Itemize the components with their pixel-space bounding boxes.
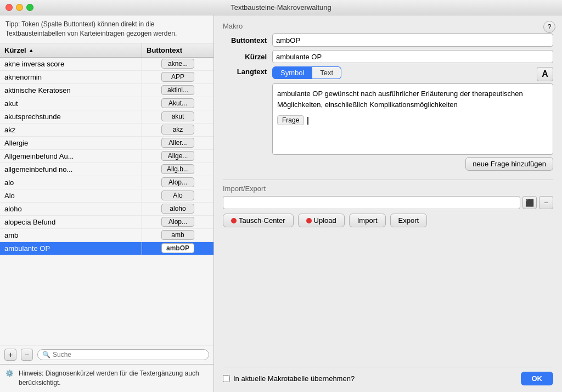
left-panel: Tipp: Token (Spalte Buttontext) können d… (0, 15, 214, 392)
btn-cell: Allg.b... (142, 163, 213, 176)
name-cell: aloho (0, 203, 142, 215)
kurzel-row: Kürzel (223, 50, 553, 63)
search-input[interactable] (53, 351, 204, 359)
row-button[interactable]: aloho (161, 204, 194, 214)
col-kurzel[interactable]: Kürzel ▲ (0, 43, 142, 57)
text-area[interactable]: ambulante OP gewünscht nach ausführliche… (272, 83, 553, 155)
row-button[interactable]: aktini... (161, 85, 194, 95)
row-button[interactable]: Allg.b... (161, 164, 194, 174)
row-button[interactable]: APP (161, 72, 194, 82)
table-row[interactable]: ambamb (0, 229, 213, 242)
export-button[interactable]: Export (390, 214, 428, 227)
btn-cell: akz (142, 124, 213, 136)
row-button[interactable]: amb (161, 230, 194, 240)
row-button[interactable]: ambOP (161, 243, 194, 253)
table-row[interactable]: akne inversa scoreakne... (0, 58, 213, 71)
close-button[interactable] (5, 4, 13, 11)
table-row[interactable]: aloAlop... (0, 176, 213, 189)
tip-text: Tipp: Token (Spalte Buttontext) können d… (0, 15, 213, 43)
row-button[interactable]: Alop... (161, 177, 194, 187)
table-row[interactable]: akutAkut... (0, 97, 213, 110)
maximize-button[interactable] (26, 4, 33, 11)
table-row[interactable]: akzakz (0, 124, 213, 137)
ok-button[interactable]: OK (521, 372, 554, 385)
buttontext-row: Buttontext (223, 33, 553, 47)
tausch-center-button[interactable]: Tausch-Center (223, 214, 294, 227)
remove-button[interactable]: − (21, 349, 33, 361)
row-button[interactable]: akz (161, 125, 194, 135)
bottom-controls: + − 🔍 (0, 345, 213, 364)
table-row[interactable]: alopecia BefundAlop... (0, 216, 213, 229)
name-cell: alo (0, 176, 142, 189)
buttontext-input[interactable] (272, 33, 553, 47)
footer-hint: ⚙️ Hinweis: Diagnosenkürzel werden für d… (0, 364, 213, 392)
gear-icon: ⚙️ (5, 369, 14, 378)
kurzel-input[interactable] (272, 50, 553, 63)
buttontext-label: Buttontext (223, 36, 272, 44)
btn-cell: akne... (142, 58, 213, 70)
import-icon-button[interactable]: ⬛ (522, 196, 537, 209)
tab-symbol[interactable]: Symbol (272, 66, 312, 79)
import-export-input[interactable] (223, 196, 520, 209)
font-button[interactable]: A (537, 67, 553, 81)
row-button[interactable]: akut (161, 111, 194, 121)
minimize-button[interactable] (16, 4, 23, 11)
table-header: Kürzel ▲ Buttontext (0, 43, 213, 58)
table-row[interactable]: AllergieAller... (0, 137, 213, 150)
table-row[interactable]: allgemeinbefund no...Allg.b... (0, 163, 213, 176)
import-export-label: Import/Export (223, 184, 553, 193)
name-cell: aknenormin (0, 71, 142, 83)
add-button[interactable]: + (4, 349, 16, 361)
name-cell: Allergie (0, 137, 142, 149)
main-container: Tipp: Token (Spalte Buttontext) können d… (0, 15, 562, 392)
btn-cell: Akut... (142, 97, 213, 110)
name-cell: alopecia Befund (0, 216, 142, 228)
upload-button[interactable]: Upload (298, 214, 345, 227)
btn-cell: aktini... (142, 84, 213, 97)
help-button[interactable]: ? (543, 21, 555, 33)
btn-cell: Alo (142, 189, 213, 202)
table-row[interactable]: ambulante OPambOP (0, 242, 213, 255)
sort-arrow-icon: ▲ (29, 47, 34, 53)
btn-cell: aloho (142, 203, 213, 215)
name-cell: ambulante OP (0, 242, 142, 255)
row-button[interactable]: Alop... (161, 217, 194, 227)
export-minus-button[interactable]: − (539, 196, 553, 209)
row-button[interactable]: Allge... (161, 151, 194, 161)
table-container[interactable]: Kürzel ▲ Buttontext akne inversa scoreak… (0, 43, 213, 346)
frage-button[interactable]: Frage (277, 115, 304, 125)
search-box[interactable]: 🔍 (37, 349, 209, 360)
name-cell: aktinische Keratosen (0, 84, 142, 97)
import-export-input-row: ⬛ − (223, 196, 553, 209)
table-row[interactable]: aktinische Keratosenaktini... (0, 84, 213, 97)
cursor (307, 117, 308, 125)
langtext-tabs: Symbol Text (272, 66, 341, 79)
name-cell: allgemeinbefund no... (0, 163, 142, 176)
tab-text[interactable]: Text (312, 66, 341, 79)
neue-frage-button[interactable]: neue Frage hinzufügen (465, 157, 553, 171)
makro-checkbox[interactable] (223, 375, 230, 382)
import-button[interactable]: Import (349, 214, 386, 227)
table-row[interactable]: Allgemeinbefund Au...Allge... (0, 150, 213, 163)
btn-cell: Allge... (142, 150, 213, 163)
name-cell: Alo (0, 189, 142, 202)
btn-cell: ambOP (142, 242, 213, 255)
table-body: akne inversa scoreakne...aknenorminAPPak… (0, 58, 213, 255)
frage-row: Frage (277, 113, 548, 126)
red-dot-icon (231, 218, 237, 223)
row-button[interactable]: Aller... (161, 138, 194, 148)
col-buttontext: Buttontext (142, 43, 213, 57)
kurzel-label: Kürzel (223, 53, 272, 61)
table-row[interactable]: aknenorminAPP (0, 71, 213, 84)
table-row[interactable]: akutsprechstundeakut (0, 110, 213, 124)
name-cell: amb (0, 229, 142, 242)
row-button[interactable]: Akut... (161, 98, 194, 108)
checkbox-wrap: In aktuelle Makrotabelle übernehmen? (223, 374, 355, 383)
table-row[interactable]: AloAlo (0, 189, 213, 203)
makro-section: Makro Buttontext Kürzel Langtext Symbol … (223, 22, 553, 174)
table-row[interactable]: alohoaloho (0, 203, 213, 216)
window-title: Textbausteine-Makroverwaltung (231, 3, 331, 12)
row-button[interactable]: Alo (161, 191, 194, 200)
row-button[interactable]: akne... (161, 59, 194, 69)
btn-cell: akut (142, 110, 213, 123)
